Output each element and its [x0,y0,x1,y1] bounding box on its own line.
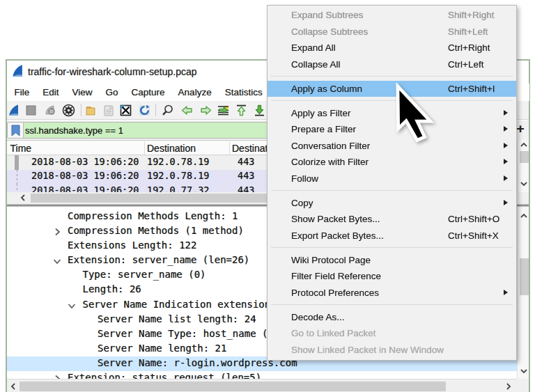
tree-row-text[interactable]: Compression Methods Length: 1 [68,210,238,221]
tree-row-text[interactable]: Type: server_name (0) [83,269,206,280]
window-title: traffic-for-wireshark-column-setup.pcap [28,66,197,77]
start-capture-button[interactable] [8,104,21,117]
menu-item-shortcut: Ctrl+Shift+X [448,228,499,244]
menu-item-wiki-protocol-page[interactable]: Wiki Protocol Page [268,252,516,269]
menu-item-collapse-all[interactable]: Collapse AllCtrl+Left [268,56,516,73]
close-file-button[interactable] [119,104,132,117]
menu-item-prepare-a-filter[interactable]: Prepare a Filter [268,121,516,138]
tree-row-text[interactable]: Server Name length: 21 [98,343,226,354]
go-to-bottom-icon [253,104,266,117]
save-file-icon [102,104,115,117]
menu-separator [268,97,516,105]
menu-item-export-packet-bytes[interactable]: Export Packet Bytes...Ctrl+Shift+X [268,228,516,244]
scrollbar-thumb[interactable] [520,151,529,163]
go-to-top-icon [235,104,248,117]
column-separator[interactable] [229,141,230,155]
go-forward-icon [199,104,212,117]
scrollbar-thumb[interactable] [20,382,446,391]
wireshark-fin-icon [11,64,24,78]
column-separator[interactable] [144,141,145,155]
menu-item-label: Go to Linked Packet [291,325,376,342]
scrollbar-thumb[interactable] [520,258,529,295]
menu-item-apply-as-filter[interactable]: Apply as Filter [268,105,516,122]
details-vscrollbar[interactable] [517,207,529,379]
menubar-item-file[interactable]: File [8,87,36,97]
restart-capture-button[interactable] [44,104,57,117]
scroll-down-icon[interactable] [519,366,529,376]
tree-row-text[interactable]: Extension: status_request (len=5) [68,372,261,379]
menu-item-go-to-linked-packet[interactable]: Go to Linked Packet [268,325,516,342]
menu-item-label: Apply as Column [291,81,362,97]
column-header-time[interactable]: Time [10,143,32,154]
menu-item-collapse-subtrees[interactable]: Collapse SubtreesShift+Left [268,24,516,40]
toolbar-separator [155,104,156,116]
tree-row-text[interactable]: Compression Methods (1 method) [68,225,244,236]
filter-bookmark-button[interactable] [8,123,24,138]
stop-capture-button[interactable] [24,104,38,117]
save-file-button[interactable] [102,104,115,117]
menu-item-copy[interactable]: Copy [268,195,516,212]
menu-item-follow[interactable]: Follow [268,171,516,187]
go-to-packet-icon [217,104,230,117]
collapsed-arrow-icon[interactable] [53,228,61,236]
display-filter-value[interactable]: ssl.handshake.type == 1 [25,125,123,136]
tree-row-text[interactable]: Server Name Indication extension [83,299,271,310]
menubar-item-edit[interactable]: Edit [36,87,65,97]
menu-item-label: Apply as Filter [291,105,351,122]
menu-item-colorize-with-filter[interactable]: Colorize with Filter [268,154,516,171]
menubar-item-analyze[interactable]: Analyze [171,87,218,97]
menu-item-label: Expand All [291,40,336,56]
menu-separator [268,301,516,309]
scroll-up-icon[interactable] [519,140,529,150]
tree-row-text[interactable]: Server Name list length: 24 [98,313,256,324]
menubar-item-go[interactable]: Go [99,87,125,97]
submenu-arrow-icon [504,110,508,116]
tree-row-text[interactable]: Extensions Length: 122 [68,240,196,251]
find-packet-button[interactable] [161,104,174,117]
capture-options-button[interactable] [62,104,75,117]
tree-row-text[interactable]: Length: 26 [83,283,141,295]
menu-separator [268,187,516,195]
menu-item-protocol-preferences[interactable]: Protocol Preferences [268,285,516,301]
go-to-packet-button[interactable] [217,104,230,117]
go-back-icon [180,104,194,117]
scroll-right-icon[interactable] [504,382,513,391]
scroll-down-icon[interactable] [519,179,529,189]
go-back-button[interactable] [180,104,194,117]
expanded-arrow-icon[interactable] [53,257,61,265]
menu-item-label: Show Linked Packet in New Window [291,342,444,359]
tree-row[interactable]: Extension: status_request (len=5) [7,371,517,379]
menubar-item-capture[interactable]: Capture [125,87,171,97]
menu-item-expand-subtrees[interactable]: Expand SubtreesShift+Right [268,7,516,24]
scroll-left-icon[interactable] [8,382,18,391]
menu-item-decode-as[interactable]: Decode As... [268,309,516,326]
related-packet-line [17,170,17,185]
menu-item-expand-all[interactable]: Expand AllCtrl+Right [268,40,516,56]
scroll-left-icon[interactable] [18,193,28,203]
expanded-arrow-icon[interactable] [68,301,76,310]
menu-item-show-linked-packet-in-new-window[interactable]: Show Linked Packet in New Window [268,342,516,359]
details-hscrollbar[interactable] [7,379,517,392]
scroll-up-icon[interactable] [519,211,529,221]
go-to-top-button[interactable] [235,104,248,117]
tree-row-text[interactable]: Extension: server_name (len=26) [68,254,249,265]
go-forward-button[interactable] [199,104,212,117]
menu-item-filter-field-reference[interactable]: Filter Field Reference [268,268,516,285]
packet-list-vscrollbar[interactable] [517,140,529,192]
column-header-destination[interactable]: Destination [147,143,196,154]
menu-item-label: Protocol Preferences [291,285,379,301]
menu-item-label: Collapse All [291,56,341,73]
tree-row-text[interactable]: Server Name Type: host_name (0) [98,328,279,339]
menu-item-apply-as-column[interactable]: Apply as ColumnCtrl+Shift+I [268,81,516,97]
menu-item-conversation-filter[interactable]: Conversation Filter [268,138,516,155]
menubar-item-statistics[interactable]: Statistics [218,87,269,97]
cell-time: 2018-08-03 19:06:20 [31,156,139,167]
submenu-arrow-icon [504,290,508,295]
menu-item-show-packet-bytes[interactable]: Show Packet Bytes...Ctrl+Shift+O [268,211,516,228]
open-file-button[interactable] [85,104,98,117]
menubar-item-view[interactable]: View [65,87,99,97]
go-to-bottom-button[interactable] [253,104,266,117]
reload-button[interactable] [138,104,151,117]
open-file-icon [85,104,98,117]
cell-port: 443 [238,185,254,192]
